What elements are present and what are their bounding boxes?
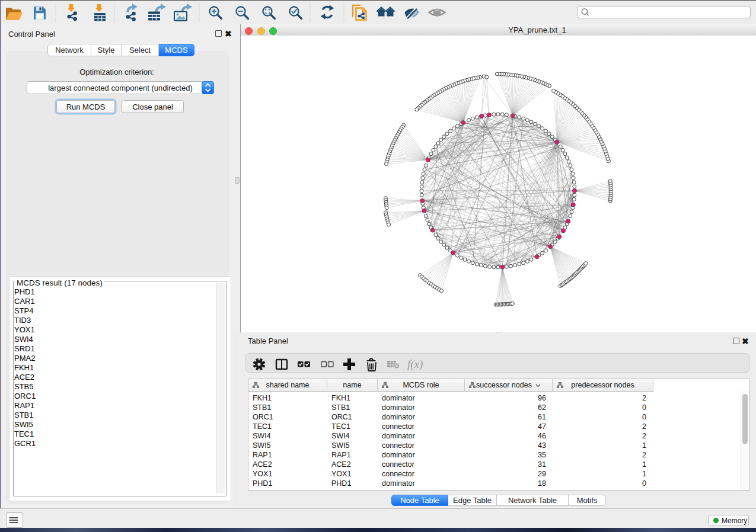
- svg-text:f(x): f(x): [407, 358, 423, 371]
